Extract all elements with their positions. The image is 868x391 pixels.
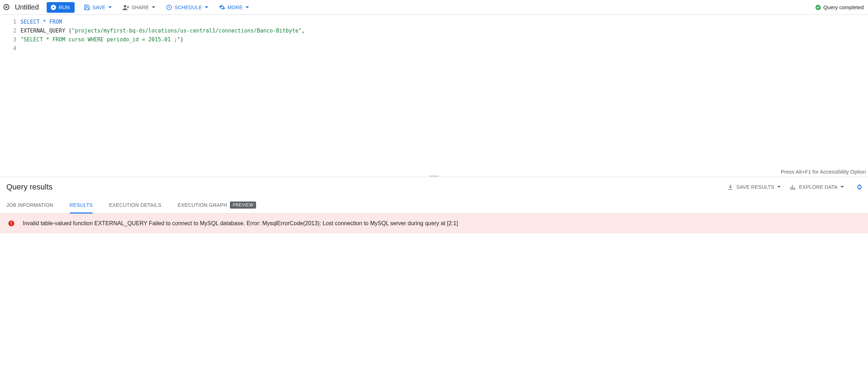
run-label: RUN	[59, 5, 70, 10]
results-header: Query results SAVE RESULTS EXPLORE DATA	[0, 177, 868, 197]
error-banner: Invalid table-valued function EXTERNAL_Q…	[0, 214, 868, 233]
preview-badge: PREVIEW	[230, 202, 256, 209]
tab-label: EXECUTION GRAPH	[178, 202, 227, 208]
chevron-down-icon	[152, 6, 155, 9]
run-button[interactable]: RUN	[47, 2, 75, 13]
save-results-button[interactable]: SAVE RESULTS	[727, 184, 781, 190]
play-icon	[50, 4, 57, 11]
resize-handle[interactable]	[429, 175, 439, 177]
chevron-down-icon	[108, 6, 112, 9]
tab-results[interactable]: RESULTS	[70, 197, 93, 213]
tab-label: EXECUTION DETAILS	[109, 202, 161, 208]
svg-rect-6	[11, 222, 12, 224]
save-button[interactable]: SAVE	[82, 2, 113, 13]
error-message: Invalid table-valued function EXTERNAL_Q…	[23, 220, 458, 227]
sql-editor[interactable]: 1234 SELECT * FROMEXTERNAL_QUERY ("proje…	[0, 15, 868, 177]
svg-rect-7	[11, 224, 12, 225]
save-results-label: SAVE RESULTS	[736, 184, 774, 190]
status-text: Query completed	[823, 4, 864, 10]
download-icon	[727, 184, 734, 190]
query-icon	[3, 4, 11, 11]
chevron-down-icon	[840, 185, 844, 189]
tab-label: RESULTS	[70, 202, 93, 208]
expand-collapse-toggle[interactable]	[857, 184, 862, 190]
tab-execution-details[interactable]: EXECUTION DETAILS	[109, 197, 161, 213]
query-status: Query completed	[815, 4, 864, 11]
check-circle-icon	[815, 4, 821, 11]
chevron-down-icon	[245, 6, 249, 9]
tab-job-information[interactable]: JOB INFORMATION	[6, 197, 53, 213]
results-tabs: JOB INFORMATION RESULTS EXECUTION DETAIL…	[0, 197, 868, 214]
query-name[interactable]: Untitled	[15, 3, 39, 11]
explore-data-label: EXPLORE DATA	[799, 184, 838, 190]
chevron-down-icon	[205, 6, 208, 9]
share-label: SHARE	[132, 5, 149, 10]
share-button[interactable]: SHARE	[121, 2, 157, 13]
query-title-group: Untitled	[3, 3, 39, 11]
more-button[interactable]: MORE	[218, 2, 250, 13]
clock-icon	[166, 4, 172, 11]
chart-icon	[790, 184, 796, 190]
save-icon	[84, 4, 90, 11]
schedule-label: SCHEDULE	[174, 5, 202, 10]
save-label: SAVE	[92, 5, 105, 10]
svg-point-2	[124, 5, 126, 7]
error-icon	[8, 220, 15, 227]
share-icon	[122, 4, 129, 11]
tab-label: JOB INFORMATION	[6, 202, 53, 208]
line-gutter: 1234	[0, 15, 21, 177]
query-toolbar: Untitled RUN SAVE SHARE SCHEDULE	[0, 0, 868, 15]
more-label: MORE	[227, 5, 243, 10]
code-area[interactable]: SELECT * FROMEXTERNAL_QUERY ("projects/m…	[21, 15, 868, 177]
tab-execution-graph[interactable]: EXECUTION GRAPH PREVIEW	[178, 197, 256, 213]
chevron-down-icon	[777, 185, 781, 189]
explore-data-button[interactable]: EXPLORE DATA	[790, 184, 844, 190]
a11y-hint: Press Alt+F1 for Accessibility Option	[781, 167, 866, 176]
results-heading: Query results	[6, 182, 718, 192]
gear-icon	[219, 4, 225, 11]
schedule-button[interactable]: SCHEDULE	[164, 2, 210, 13]
